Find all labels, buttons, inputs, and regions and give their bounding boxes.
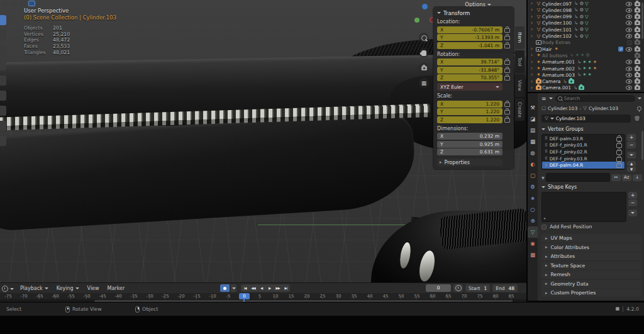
- rotation-mode-select[interactable]: XYZ Euler: [437, 83, 502, 91]
- filter-toggle-icon[interactable]: ▼: [541, 175, 545, 180]
- panel-geometry-data[interactable]: ▸Geometry Data: [541, 280, 641, 288]
- properties-tab-object[interactable]: ▢: [528, 170, 538, 181]
- outliner-row[interactable]: ›▽Cylinder.102↳⚙▽: [528, 33, 644, 40]
- active-tool-icon[interactable]: [28, 1, 35, 6]
- render-visibility-camera-icon[interactable]: [635, 79, 640, 84]
- lock-icon[interactable]: [504, 60, 510, 65]
- visibility-eye-icon[interactable]: [626, 2, 632, 6]
- vertex-group-row[interactable]: ⠿DEF-f_pinky.01.R: [542, 142, 625, 149]
- current-frame-indicator[interactable]: 0: [239, 293, 250, 299]
- render-visibility-camera-icon[interactable]: [635, 14, 640, 19]
- menu-keying[interactable]: Keying: [57, 286, 79, 291]
- n-panel-tab-view[interactable]: View: [515, 74, 525, 97]
- transform-tool[interactable]: [0, 91, 6, 101]
- properties-tab-world[interactable]: ◐: [528, 159, 538, 170]
- outliner-row[interactable]: ›✶Armature.003↳✶✶: [528, 72, 644, 78]
- invert-filter-button[interactable]: ↔: [611, 174, 621, 181]
- outliner-row[interactable]: Body Extras: [528, 40, 644, 46]
- play-reverse-button[interactable]: ◀: [257, 284, 265, 292]
- remove-vertex-group-button[interactable]: −: [627, 142, 636, 148]
- properties-tab-modifiers[interactable]: ⚙: [528, 181, 538, 192]
- expand-icon[interactable]: ›: [531, 26, 535, 33]
- move-up-button[interactable]: ▲: [627, 161, 636, 166]
- breadcrumb-data[interactable]: Cylinder.103: [589, 106, 618, 111]
- render-visibility-camera-icon[interactable]: [635, 2, 640, 6]
- render-visibility-camera-icon[interactable]: [635, 86, 640, 90]
- gizmo-z-axis[interactable]: [422, 4, 428, 9]
- add-vertex-group-button[interactable]: +: [627, 134, 636, 141]
- render-visibility-camera-icon[interactable]: [635, 8, 640, 13]
- frame-start-field[interactable]: Start 1: [465, 284, 490, 292]
- properties-tab-constraints[interactable]: ⊛: [528, 215, 538, 226]
- frame-end-field[interactable]: End 48: [492, 284, 518, 292]
- camera-view-button[interactable]: [419, 63, 429, 73]
- view-menu-icon[interactable]: [19, 1, 26, 6]
- play-button[interactable]: ▶: [265, 284, 274, 292]
- vertex-group-specials-button[interactable]: [627, 152, 636, 159]
- expand-icon[interactable]: ›: [531, 72, 535, 78]
- outliner-row[interactable]: ›Camera.001↳: [528, 85, 644, 91]
- outliner-row[interactable]: ›▽Cylinder.097↳⚙▽: [528, 1, 644, 7]
- visibility-eye-icon[interactable]: [626, 60, 632, 64]
- breadcrumb-object[interactable]: Cylinder.103: [548, 106, 577, 111]
- vertex-group-row[interactable]: ⠿DEF-f_pinky.02.R: [542, 148, 625, 155]
- outliner-row[interactable]: ›✶All buttons↳✶✶⚙: [528, 52, 644, 58]
- scale-y-field[interactable]: Y1.220: [437, 108, 502, 115]
- vertex-group-row[interactable]: ⠿DEF-palm.04.R: [542, 162, 625, 169]
- properties-tab-physics[interactable]: ○: [528, 204, 538, 215]
- shape-key-specials-button[interactable]: [628, 209, 637, 216]
- n-panel-tab-item[interactable]: Item: [515, 26, 525, 49]
- location-x-field[interactable]: X-0.76067 m: [437, 26, 502, 33]
- scale-x-field[interactable]: X1.220: [437, 101, 502, 108]
- shape-keys-header[interactable]: Shape Keys: [541, 184, 641, 191]
- editor-type-icon[interactable]: [2, 1, 9, 6]
- expand-icon[interactable]: ›: [531, 46, 535, 52]
- lock-icon[interactable]: [616, 143, 622, 148]
- lock-icon[interactable]: [504, 103, 510, 107]
- render-visibility-camera-icon[interactable]: [635, 21, 640, 25]
- rotation-y-field[interactable]: Y-31.848°: [437, 67, 502, 74]
- move-tool[interactable]: [0, 45, 6, 55]
- jump-to-end-button[interactable]: ▶|: [282, 284, 290, 292]
- scale-tool[interactable]: [0, 75, 6, 86]
- vertex-group-row[interactable]: ⠿DEF-palm.03.R: [542, 135, 625, 142]
- outliner-row[interactable]: ›Camera↳: [528, 79, 644, 85]
- keying-popover-button[interactable]: [231, 284, 236, 292]
- gizmo-y-axis[interactable]: [414, 18, 419, 23]
- visibility-eye-icon[interactable]: [626, 86, 632, 90]
- move-down-button[interactable]: ▼: [627, 167, 636, 172]
- dimensions-y-field[interactable]: Y0.925 m: [437, 141, 502, 148]
- panel-texture-space[interactable]: ▸Texture Space: [541, 262, 641, 270]
- rest-position-checkbox[interactable]: [541, 225, 547, 230]
- render-visibility-camera-icon[interactable]: [635, 47, 640, 52]
- n-panel-tab-tool[interactable]: Tool: [515, 50, 525, 73]
- scale-z-field[interactable]: Z1.220: [437, 116, 502, 123]
- n-panel-tab-create[interactable]: Create: [515, 98, 525, 121]
- render-visibility-camera-icon[interactable]: [635, 67, 640, 71]
- properties-scrollbar[interactable]: [641, 131, 643, 160]
- render-visibility-camera-icon[interactable]: [635, 60, 640, 64]
- jump-to-start-button[interactable]: |◀: [241, 284, 249, 292]
- lock-icon[interactable]: [616, 137, 622, 142]
- outliner-row[interactable]: ›▽Cylinder.101↳⚙▽: [528, 26, 644, 33]
- timeline-scrollbar[interactable]: [0, 299, 526, 302]
- expand-icon[interactable]: ›: [531, 52, 535, 58]
- properties-tab-render[interactable]: ◪: [528, 113, 538, 125]
- lock-icon[interactable]: [616, 157, 622, 162]
- visibility-eye-icon[interactable]: [626, 28, 632, 32]
- auto-keying-button[interactable]: [220, 284, 230, 292]
- transform-panel-header[interactable]: Transform: [437, 9, 510, 16]
- expand-icon[interactable]: ›: [531, 85, 535, 91]
- location-y-field[interactable]: Y-1.1393 m: [437, 34, 502, 41]
- visibility-eye-icon[interactable]: [626, 14, 632, 19]
- outliner-row[interactable]: ›▽Cylinder.100↳⚙▽: [528, 20, 644, 26]
- timeline-editor-type-button[interactable]: [2, 286, 14, 292]
- properties-tab-tool[interactable]: ⚒: [528, 102, 538, 113]
- collection-checkbox[interactable]: [618, 47, 623, 52]
- options-chevron-icon[interactable]: [638, 97, 641, 99]
- mode-icon[interactable]: [11, 1, 18, 6]
- panel-custom-properties[interactable]: ▸Custom Properties: [541, 289, 641, 297]
- visibility-eye-icon[interactable]: [626, 34, 632, 38]
- lock-icon[interactable]: [504, 118, 510, 123]
- menu-playback[interactable]: Playback: [20, 286, 48, 291]
